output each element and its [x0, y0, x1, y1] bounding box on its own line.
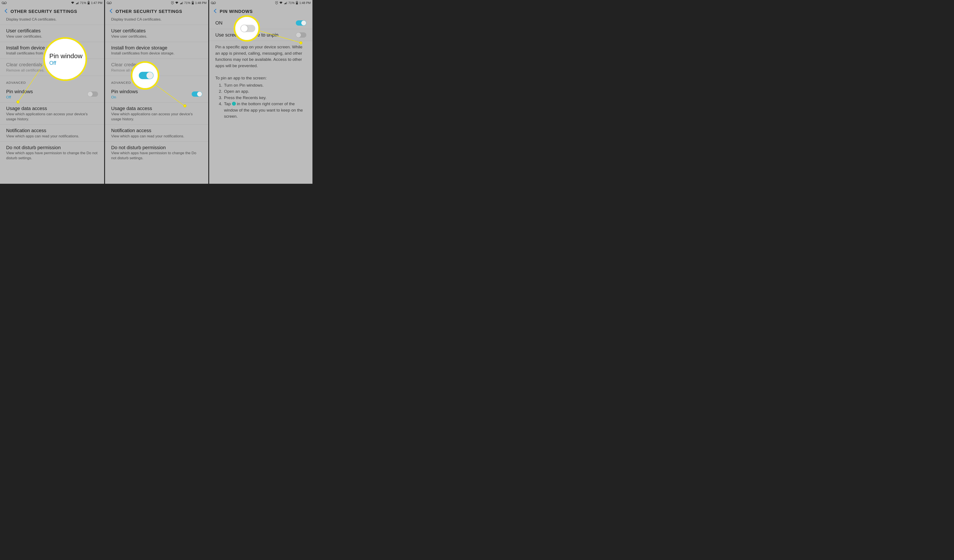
row-usage-data-access[interactable]: Usage data access View which application… [105, 103, 208, 125]
row-user-certificates[interactable]: User certificates View user certificates… [0, 25, 104, 42]
row-user-certificates[interactable]: User certificates View user certificates… [105, 25, 208, 42]
page-title: OTHER SECURITY SETTINGS [11, 9, 77, 14]
callout-zoom-pin-windows-off: Pin window Off [43, 37, 87, 81]
row-notification-access[interactable]: Notification access View which apps can … [105, 125, 208, 142]
signal-icon [284, 2, 287, 4]
svg-rect-4 [88, 1, 89, 2]
row-dnd-permission[interactable]: Do not disturb permission View which app… [0, 142, 104, 163]
row-trusted-ca[interactable]: Display trusted CA certificates. [0, 17, 104, 25]
row-title: Do not disturb permission [6, 145, 98, 151]
svg-point-9 [172, 2, 173, 3]
howto-steps: 1.Turn on Pin windows. 2.Open an app. 3.… [209, 81, 312, 123]
battery-text: 71% [80, 1, 86, 5]
callout-zoom-toggle-off [234, 15, 260, 42]
toggle-pin-windows[interactable] [87, 92, 98, 97]
row-sub: View which apps can read your notificati… [6, 134, 98, 139]
row-title: User certificates [6, 28, 98, 34]
battery-text: 71% [184, 1, 190, 5]
toggle-master[interactable] [296, 20, 306, 26]
svg-rect-18 [296, 1, 297, 2]
row-trusted-ca[interactable]: Display trusted CA certificates. [105, 17, 208, 25]
callout-anchor-dot [183, 104, 186, 107]
callout-sub: Off [49, 60, 83, 66]
clock-text: 1:48 PM [195, 1, 207, 5]
page-title: OTHER SECURITY SETTINGS [115, 9, 182, 14]
row-install-from-storage[interactable]: Install from device storage Install cert… [105, 42, 208, 59]
signal-icon [180, 2, 183, 4]
battery-icon [192, 1, 194, 5]
page-title: PIN WINDOWS [220, 9, 253, 14]
row-subtitle: Display trusted CA certificates. [111, 17, 202, 22]
voicemail-icon [2, 2, 6, 4]
row-title: Notification access [111, 127, 202, 134]
app-bar: OTHER SECURITY SETTINGS [105, 6, 208, 17]
step-2: Open an app. [224, 89, 249, 95]
battery-text: 71% [288, 1, 295, 5]
row-title: Pin windows [111, 89, 190, 95]
row-subtitle: Display trusted CA certificates. [6, 17, 98, 22]
row-title: Usage data access [6, 105, 98, 112]
row-title: Pin windows [6, 89, 85, 95]
settings-list[interactable]: Display trusted CA certificates. User ce… [105, 17, 208, 166]
row-sub: Install certificates from device storage… [111, 51, 202, 56]
step-4a: Tap [224, 101, 232, 106]
battery-icon [296, 1, 298, 5]
wifi-icon [71, 2, 75, 4]
svg-point-6 [107, 2, 109, 4]
section-advanced: ADVANCED [0, 76, 104, 86]
svg-point-13 [211, 2, 213, 4]
svg-point-14 [214, 2, 216, 4]
location-icon [171, 1, 174, 5]
step-4: Tap in the bottom right corner of the wi… [224, 101, 306, 120]
location-icon [275, 1, 278, 5]
callout-title: Pin window [49, 52, 83, 60]
status-bar: 71% 1:48 PM [209, 0, 312, 6]
row-pin-windows[interactable]: Pin windows Off [0, 86, 104, 103]
settings-list[interactable]: Display trusted CA certificates. User ce… [0, 17, 104, 166]
status-bar: 71% 1:48 PM [105, 0, 208, 6]
row-notification-access[interactable]: Notification access View which apps can … [0, 125, 104, 142]
row-sub: View which applications can access your … [111, 112, 202, 122]
row-pin-windows[interactable]: Pin windows On [105, 86, 208, 103]
callout-anchor-dot [299, 41, 302, 44]
row-master-toggle[interactable]: ON [209, 17, 312, 29]
row-title: Usage data access [111, 105, 202, 112]
signal-icon [76, 2, 79, 4]
row-title: Notification access [6, 127, 98, 134]
clock-text: 1:48 PM [299, 1, 311, 5]
svg-point-7 [110, 2, 112, 4]
svg-point-1 [5, 2, 6, 4]
phone-screenshot-3: 71% 1:48 PM PIN WINDOWS ON Use screen lo… [208, 0, 312, 184]
row-sub: Off [6, 95, 85, 100]
svg-rect-5 [88, 2, 89, 4]
voicemail-icon [211, 2, 216, 4]
app-bar: OTHER SECURITY SETTINGS [0, 6, 104, 17]
svg-rect-12 [192, 2, 193, 4]
back-icon[interactable] [5, 9, 8, 14]
row-sub: View which apps have permission to chang… [111, 151, 202, 161]
back-icon[interactable] [214, 9, 217, 14]
callout-toggle-on-icon [139, 72, 153, 79]
toggle-pin-windows[interactable] [192, 92, 202, 97]
row-sub: View user certificates. [6, 34, 98, 39]
howto-heading: To pin an app to the screen: [209, 72, 312, 81]
phone-screenshot-1: 71% 1:47 PM OTHER SECURITY SETTINGS Disp… [0, 0, 104, 184]
status-bar: 71% 1:47 PM [0, 0, 104, 6]
back-icon[interactable] [109, 9, 112, 14]
pin-icon [232, 102, 236, 106]
svg-rect-19 [296, 2, 298, 4]
svg-point-16 [276, 2, 277, 3]
row-dnd-permission[interactable]: Do not disturb permission View which app… [105, 142, 208, 163]
description-text: Pin a specific app on your device screen… [209, 41, 312, 72]
row-sub: View which applications can access your … [6, 112, 98, 122]
step-4b: in the bottom right corner of the window… [224, 101, 303, 118]
toggle-unpin-lock[interactable] [296, 33, 306, 37]
row-sub: View user certificates. [111, 34, 202, 39]
svg-point-0 [2, 2, 4, 4]
row-usage-data-access[interactable]: Usage data access View which application… [0, 103, 104, 125]
callout-zoom-toggle-on [131, 61, 159, 90]
callout-anchor-dot [16, 100, 19, 103]
wifi-icon [175, 2, 179, 4]
row-title: Install from device storage [111, 45, 202, 51]
row-title: Do not disturb permission [111, 145, 202, 151]
